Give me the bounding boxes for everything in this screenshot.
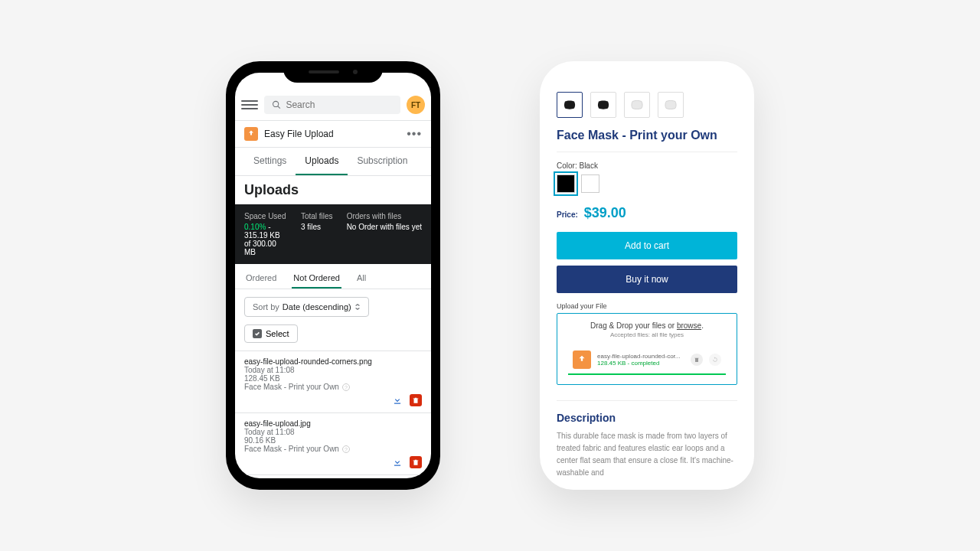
file-size: 90.16 KB [244,436,422,445]
download-button[interactable] [391,456,403,468]
remove-upload-button[interactable] [691,354,703,366]
add-to-cart-button[interactable]: Add to cart [557,232,737,259]
swatch-black[interactable] [557,174,575,193]
more-icon[interactable]: ••• [407,127,422,141]
buy-now-button[interactable]: Buy it now [557,266,737,293]
chevron-icon [354,304,361,310]
swatch-white[interactable] [581,174,599,193]
file-size: 128.45 KB [244,374,422,383]
thumbnail[interactable] [658,92,684,118]
upload-label: Upload your File [557,302,737,310]
uploaded-file: easy-file-upload-rounded-cor... 128.45 K… [568,346,726,375]
thumbnail[interactable] [557,92,583,118]
sort-prefix: Sort by [253,302,279,311]
file-list: easy-file-upload-rounded-corners.png Tod… [235,350,431,478]
search-icon [272,99,281,110]
delete-button[interactable] [410,456,422,468]
sort-value: Date (descending) [283,302,351,311]
mask-icon [630,100,644,109]
files-val: 3 files [301,223,333,231]
upload-filename: easy-file-upload-rounded-cor... [597,353,684,360]
menu-icon[interactable] [241,96,258,113]
browse-link[interactable]: browse [677,321,701,330]
price-label: Price: [557,210,578,219]
mask-icon [664,100,678,109]
subtab-not-ordered[interactable]: Not Ordered [292,269,341,289]
file-item[interactable]: Post-13.jpg Today at 11:06 96.59 KB Face… [235,475,431,478]
phone-right: Face Mask - Print your Own Color: Black … [540,61,754,490]
retry-upload-button[interactable] [709,354,721,366]
select-button[interactable]: Select [244,324,298,343]
notch [283,61,383,83]
thumbnail-row [557,92,737,118]
mask-icon [596,100,610,109]
price-value: $39.00 [584,205,626,221]
select-label: Select [266,329,289,338]
files-label: Total files [301,212,333,220]
product-title: Face Mask - Print your Own [557,129,737,142]
color-label: Color: [557,161,577,170]
orders-label: Orders with files [347,212,422,220]
checkbox-icon [253,329,262,338]
file-icon [573,350,591,369]
dropzone[interactable]: Drag & Drop your files or browse. Accept… [557,313,737,385]
download-button[interactable] [391,394,403,406]
delete-button[interactable] [410,394,422,406]
file-product: Face Mask - Print your Own [244,383,339,391]
help-icon[interactable]: ? [342,445,350,453]
accepted-text: Accepted files: all file types [568,331,726,338]
thumbnail[interactable] [590,92,616,118]
mask-icon [563,100,577,109]
file-item[interactable]: easy-file-upload-rounded-corners.png Tod… [235,351,431,413]
search-input[interactable] [264,96,400,114]
upload-status: 128.45 KB - completed [597,360,684,367]
dropzone-text: Drag & Drop your files or browse. [568,321,726,330]
phone-left: FT Easy File Upload ••• Settings Uploads… [226,61,440,490]
subtab-all[interactable]: All [355,269,368,289]
sort-dropdown[interactable]: Sort by Date (descending) [244,297,369,317]
tab-uploads[interactable]: Uploads [296,148,348,175]
file-item[interactable]: easy-file-upload.jpg Today at 11:08 90.1… [235,413,431,475]
search-field[interactable] [286,99,393,110]
space-label: Space Used [244,212,287,220]
color-value: Black [579,161,597,170]
help-icon[interactable]: ? [342,383,350,391]
app-name: Easy File Upload [264,129,407,139]
subtab-ordered[interactable]: Ordered [244,269,278,289]
tab-subscription[interactable]: Subscription [348,148,416,175]
svg-line-1 [278,106,280,109]
file-name: easy-file-upload-rounded-corners.png [244,357,422,366]
space-pct: 0.10% [244,223,266,231]
file-time: Today at 11:08 [244,428,422,436]
file-product: Face Mask - Print your Own [244,445,339,453]
file-name: easy-file-upload.jpg [244,419,422,428]
stats-bar: Space Used 0.10% - 315.19 KB of 300.00 M… [235,204,431,264]
tab-settings[interactable]: Settings [244,148,296,175]
orders-val: No Order with files yet [347,223,422,231]
file-time: Today at 11:08 [244,366,422,374]
thumbnail[interactable] [624,92,650,118]
screen-left: FT Easy File Upload ••• Settings Uploads… [235,73,431,478]
avatar[interactable]: FT [407,96,425,114]
svg-point-0 [273,101,279,106]
description-title: Description [557,412,737,424]
description-text: This durable face mask is made from two … [557,430,737,479]
page-title: Uploads [235,176,431,204]
app-icon [244,127,258,141]
